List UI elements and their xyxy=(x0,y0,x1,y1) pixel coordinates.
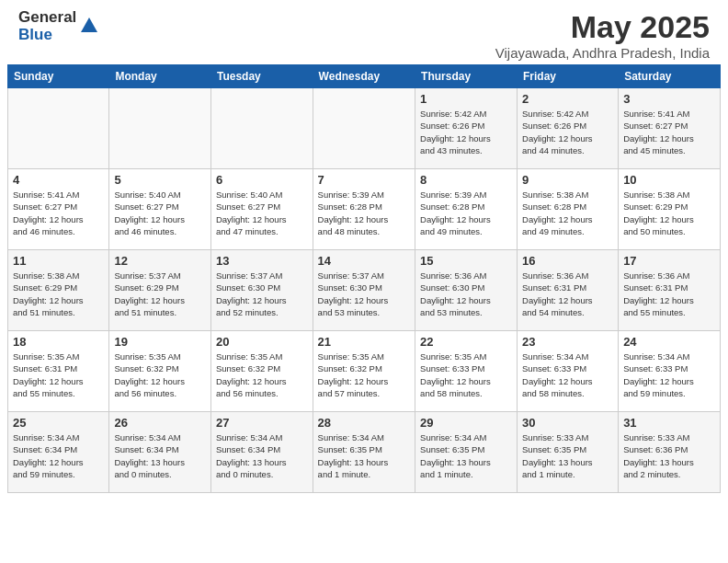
day-number: 21 xyxy=(318,335,410,349)
day-info: Sunrise: 5:37 AMSunset: 6:30 PMDaylight:… xyxy=(318,270,410,318)
day-number: 30 xyxy=(522,416,613,430)
col-saturday: Saturday xyxy=(619,65,721,88)
calendar-cell: 21Sunrise: 5:35 AMSunset: 6:32 PMDayligh… xyxy=(313,331,415,412)
day-number: 10 xyxy=(623,173,715,187)
day-number: 14 xyxy=(318,254,410,268)
calendar-cell: 15Sunrise: 5:36 AMSunset: 6:30 PMDayligh… xyxy=(415,250,518,331)
day-info: Sunrise: 5:41 AMSunset: 6:27 PMDaylight:… xyxy=(623,108,715,156)
day-info: Sunrise: 5:37 AMSunset: 6:29 PMDaylight:… xyxy=(114,270,206,318)
day-number: 3 xyxy=(623,92,715,106)
day-info: Sunrise: 5:42 AMSunset: 6:26 PMDaylight:… xyxy=(522,108,613,156)
calendar-cell: 19Sunrise: 5:35 AMSunset: 6:32 PMDayligh… xyxy=(109,331,211,412)
calendar-week-row: 11Sunrise: 5:38 AMSunset: 6:29 PMDayligh… xyxy=(8,250,721,331)
calendar-cell: 3Sunrise: 5:41 AMSunset: 6:27 PMDaylight… xyxy=(619,88,721,169)
calendar-week-row: 18Sunrise: 5:35 AMSunset: 6:31 PMDayligh… xyxy=(8,331,721,412)
day-info: Sunrise: 5:36 AMSunset: 6:31 PMDaylight:… xyxy=(522,270,613,318)
calendar-cell: 11Sunrise: 5:38 AMSunset: 6:29 PMDayligh… xyxy=(8,250,109,331)
day-number: 7 xyxy=(318,173,410,187)
calendar-cell: 2Sunrise: 5:42 AMSunset: 6:26 PMDaylight… xyxy=(518,88,619,169)
calendar-cell: 25Sunrise: 5:34 AMSunset: 6:34 PMDayligh… xyxy=(8,412,109,493)
calendar-cell: 26Sunrise: 5:34 AMSunset: 6:34 PMDayligh… xyxy=(109,412,211,493)
day-number: 16 xyxy=(522,254,613,268)
day-number: 2 xyxy=(522,92,613,106)
calendar-cell: 9Sunrise: 5:38 AMSunset: 6:28 PMDaylight… xyxy=(518,169,619,250)
day-info: Sunrise: 5:39 AMSunset: 6:28 PMDaylight:… xyxy=(420,189,512,237)
day-number: 31 xyxy=(623,416,715,430)
day-number: 17 xyxy=(623,254,715,268)
day-info: Sunrise: 5:35 AMSunset: 6:32 PMDaylight:… xyxy=(318,350,410,399)
day-info: Sunrise: 5:34 AMSunset: 6:33 PMDaylight:… xyxy=(623,350,715,399)
day-info: Sunrise: 5:34 AMSunset: 6:33 PMDaylight:… xyxy=(522,350,613,399)
calendar-header-row: Sunday Monday Tuesday Wednesday Thursday… xyxy=(8,65,721,88)
day-number: 12 xyxy=(114,254,206,268)
day-info: Sunrise: 5:35 AMSunset: 6:32 PMDaylight:… xyxy=(114,350,206,399)
calendar-cell: 30Sunrise: 5:33 AMSunset: 6:35 PMDayligh… xyxy=(518,412,619,493)
calendar-table: Sunday Monday Tuesday Wednesday Thursday… xyxy=(7,64,721,493)
day-number: 29 xyxy=(420,416,512,430)
col-friday: Friday xyxy=(518,65,619,88)
day-info: Sunrise: 5:38 AMSunset: 6:29 PMDaylight:… xyxy=(623,189,715,237)
calendar-cell: 8Sunrise: 5:39 AMSunset: 6:28 PMDaylight… xyxy=(415,169,518,250)
logo: General Blue xyxy=(18,9,99,43)
day-number: 20 xyxy=(216,335,308,349)
col-sunday: Sunday xyxy=(8,65,109,88)
col-wednesday: Wednesday xyxy=(313,65,415,88)
logo-blue: Blue xyxy=(18,27,76,44)
day-number: 5 xyxy=(114,173,206,187)
day-info: Sunrise: 5:34 AMSunset: 6:34 PMDaylight:… xyxy=(114,431,206,480)
calendar-cell: 22Sunrise: 5:35 AMSunset: 6:33 PMDayligh… xyxy=(415,331,518,412)
day-info: Sunrise: 5:34 AMSunset: 6:34 PMDaylight:… xyxy=(216,431,308,480)
day-number: 23 xyxy=(522,335,613,349)
day-number: 11 xyxy=(13,254,104,268)
calendar-cell: 14Sunrise: 5:37 AMSunset: 6:30 PMDayligh… xyxy=(313,250,415,331)
calendar-cell: 12Sunrise: 5:37 AMSunset: 6:29 PMDayligh… xyxy=(109,250,211,331)
day-info: Sunrise: 5:33 AMSunset: 6:36 PMDaylight:… xyxy=(623,431,715,480)
day-number: 19 xyxy=(114,335,206,349)
logo-icon xyxy=(79,16,99,36)
col-thursday: Thursday xyxy=(415,65,518,88)
day-number: 28 xyxy=(318,416,410,430)
day-info: Sunrise: 5:35 AMSunset: 6:33 PMDaylight:… xyxy=(420,350,512,399)
day-number: 18 xyxy=(13,335,104,349)
day-number: 22 xyxy=(420,335,512,349)
calendar-cell: 27Sunrise: 5:34 AMSunset: 6:34 PMDayligh… xyxy=(210,412,313,493)
day-info: Sunrise: 5:40 AMSunset: 6:27 PMDaylight:… xyxy=(114,189,206,237)
calendar-cell: 7Sunrise: 5:39 AMSunset: 6:28 PMDaylight… xyxy=(313,169,415,250)
calendar-week-row: 25Sunrise: 5:34 AMSunset: 6:34 PMDayligh… xyxy=(8,412,721,493)
day-info: Sunrise: 5:35 AMSunset: 6:32 PMDaylight:… xyxy=(216,350,308,399)
logo-general: General xyxy=(18,9,76,27)
day-number: 9 xyxy=(522,173,613,187)
calendar-week-row: 4Sunrise: 5:41 AMSunset: 6:27 PMDaylight… xyxy=(8,169,721,250)
calendar-cell: 13Sunrise: 5:37 AMSunset: 6:30 PMDayligh… xyxy=(210,250,313,331)
calendar-cell: 28Sunrise: 5:34 AMSunset: 6:35 PMDayligh… xyxy=(313,412,415,493)
calendar-cell: 1Sunrise: 5:42 AMSunset: 6:26 PMDaylight… xyxy=(415,88,518,169)
col-monday: Monday xyxy=(109,65,211,88)
day-number: 6 xyxy=(216,173,308,187)
calendar-cell: 16Sunrise: 5:36 AMSunset: 6:31 PMDayligh… xyxy=(518,250,619,331)
calendar-cell: 18Sunrise: 5:35 AMSunset: 6:31 PMDayligh… xyxy=(8,331,109,412)
day-info: Sunrise: 5:34 AMSunset: 6:34 PMDaylight:… xyxy=(13,431,104,480)
calendar-cell xyxy=(8,88,109,169)
calendar-cell xyxy=(313,88,415,169)
day-info: Sunrise: 5:41 AMSunset: 6:27 PMDaylight:… xyxy=(13,189,104,237)
day-number: 15 xyxy=(420,254,512,268)
calendar-cell: 23Sunrise: 5:34 AMSunset: 6:33 PMDayligh… xyxy=(518,331,619,412)
day-number: 8 xyxy=(420,173,512,187)
day-info: Sunrise: 5:36 AMSunset: 6:31 PMDaylight:… xyxy=(623,270,715,318)
day-info: Sunrise: 5:38 AMSunset: 6:28 PMDaylight:… xyxy=(522,189,613,237)
calendar-cell: 31Sunrise: 5:33 AMSunset: 6:36 PMDayligh… xyxy=(619,412,721,493)
day-info: Sunrise: 5:42 AMSunset: 6:26 PMDaylight:… xyxy=(420,108,512,156)
logo-text: General Blue xyxy=(18,9,76,43)
calendar-cell: 29Sunrise: 5:34 AMSunset: 6:35 PMDayligh… xyxy=(415,412,518,493)
calendar-cell: 20Sunrise: 5:35 AMSunset: 6:32 PMDayligh… xyxy=(210,331,313,412)
title-block: May 2025 Vijayawada, Andhra Pradesh, Ind… xyxy=(495,9,710,61)
day-number: 25 xyxy=(13,416,104,430)
day-info: Sunrise: 5:37 AMSunset: 6:30 PMDaylight:… xyxy=(216,270,308,318)
day-info: Sunrise: 5:38 AMSunset: 6:29 PMDaylight:… xyxy=(13,270,104,318)
day-info: Sunrise: 5:34 AMSunset: 6:35 PMDaylight:… xyxy=(420,431,512,480)
day-number: 13 xyxy=(216,254,308,268)
day-info: Sunrise: 5:40 AMSunset: 6:27 PMDaylight:… xyxy=(216,189,308,237)
day-number: 26 xyxy=(114,416,206,430)
calendar-cell xyxy=(210,88,313,169)
calendar-week-row: 1Sunrise: 5:42 AMSunset: 6:26 PMDaylight… xyxy=(8,88,721,169)
